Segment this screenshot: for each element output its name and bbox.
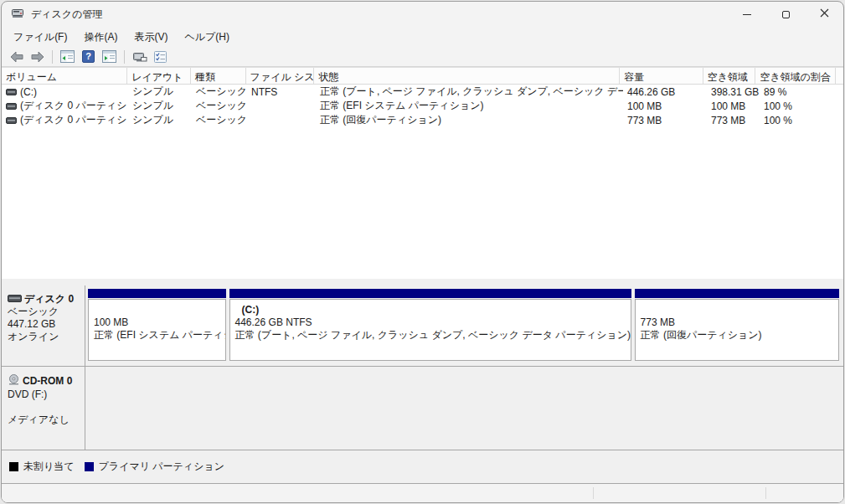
volume-name: (C:)	[20, 86, 37, 98]
title-bar: ディスクの管理	[2, 2, 843, 27]
cell-capacity: 446.26 GB	[623, 86, 707, 98]
disk-icon	[8, 293, 22, 306]
toolbar: ?	[2, 47, 843, 67]
cdrom-drive: DVD (F:)	[8, 388, 80, 401]
volume-name: (ディスク 0 パーティション 4)	[20, 113, 128, 127]
cell-free-percent: 89 %	[760, 86, 840, 98]
properties-checklist-icon[interactable]	[151, 49, 170, 65]
status-bar-divider	[765, 487, 766, 499]
table-row[interactable]: (C:) シンプル ベーシック NTFS 正常 (ブート, ページ ファイル, …	[2, 85, 843, 99]
partition-status: 正常 (回復パーティション)	[641, 329, 836, 342]
cdrom-media-status: メディアなし	[8, 414, 80, 426]
cell-capacity: 100 MB	[623, 100, 707, 112]
legend-item-unallocated: 未割り当て	[9, 460, 75, 474]
status-bar	[2, 484, 843, 502]
graphical-view: ディスク 0 ベーシック 447.12 GB オンライン 100 MB 正常 (…	[2, 279, 843, 502]
partition-efi[interactable]: 100 MB 正常 (EFI システム パーティション)	[88, 289, 226, 361]
cell-layout: シンプル	[128, 85, 192, 99]
disk0-label-panel[interactable]: ディスク 0 ベーシック 447.12 GB オンライン	[2, 285, 85, 366]
partition-size: 446.26 GB NTFS	[235, 316, 627, 329]
forward-icon[interactable]	[28, 49, 47, 65]
partition-status: 正常 (ブート, ページ ファイル, クラッシュ ダンプ, ベーシック データ …	[235, 329, 627, 342]
window-title: ディスクの管理	[31, 8, 102, 22]
volume-icon	[6, 100, 17, 112]
legend-label: 未割り当て	[23, 460, 75, 474]
column-header-free[interactable]: 空き領域	[703, 68, 756, 84]
legend-item-primary-partition: プライマリ パーティション	[85, 460, 224, 474]
volume-list: ボリューム レイアウト 種類 ファイル システム 状態 容量 空き領域 空き領域…	[2, 67, 843, 279]
legend: 未割り当て プライマリ パーティション	[2, 450, 843, 484]
partition-color-bar	[635, 289, 840, 298]
help-icon[interactable]: ?	[79, 49, 98, 65]
volume-list-header: ボリューム レイアウト 種類 ファイル システム 状態 容量 空き領域 空き領域…	[2, 68, 843, 85]
cell-status: 正常 (回復パーティション)	[316, 113, 623, 127]
console-tree-icon[interactable]	[58, 49, 77, 65]
cell-layout: シンプル	[128, 113, 192, 127]
partition-c[interactable]: (C:) 446.26 GB NTFS 正常 (ブート, ページ ファイル, ク…	[229, 289, 631, 361]
volume-icon	[6, 86, 17, 98]
menu-action[interactable]: 操作(A)	[75, 28, 126, 47]
maximize-button[interactable]	[766, 2, 805, 27]
cd-icon	[8, 374, 20, 388]
column-header-filler	[836, 68, 843, 84]
menu-bar: ファイル(F) 操作(A) 表示(V) ヘルプ(H)	[2, 27, 843, 47]
disk0-size: 447.12 GB	[8, 318, 80, 331]
close-icon	[820, 8, 829, 20]
back-icon[interactable]	[7, 49, 26, 65]
cell-type: ベーシック	[192, 85, 247, 99]
minimize-icon	[743, 14, 751, 15]
legend-label: プライマリ パーティション	[99, 460, 224, 474]
column-header-free-percent[interactable]: 空き領域の割合	[755, 68, 836, 84]
status-bar-divider	[593, 487, 594, 499]
cell-type: ベーシック	[192, 99, 247, 113]
menu-view[interactable]: 表示(V)	[126, 28, 176, 47]
menu-help[interactable]: ヘルプ(H)	[176, 28, 238, 47]
popup-window-icon[interactable]	[130, 49, 149, 65]
minimize-button[interactable]	[728, 2, 766, 27]
partition-strip: 100 MB 正常 (EFI システム パーティション) (C:) 446.26…	[85, 285, 843, 366]
maximize-icon	[782, 11, 790, 18]
cell-free-percent: 100 %	[760, 100, 840, 112]
volume-icon	[6, 115, 17, 126]
volume-name: (ディスク 0 パーティション 1)	[20, 99, 128, 113]
cdrom-label-panel[interactable]: CD-ROM 0 DVD (F:) メディアなし	[2, 367, 85, 450]
cell-type: ベーシック	[192, 113, 247, 127]
column-header-volume[interactable]: ボリューム	[2, 68, 127, 84]
partition-color-bar	[229, 289, 631, 298]
cell-free: 398.31 GB	[707, 86, 760, 98]
cdrom-name: CD-ROM 0	[23, 375, 72, 388]
table-row[interactable]: (ディスク 0 パーティション 4) シンプル ベーシック 正常 (回復パーティ…	[2, 113, 843, 127]
cell-free: 100 MB	[707, 100, 760, 112]
cell-status: 正常 (ブート, ページ ファイル, クラッシュ ダンプ, ベーシック データ …	[316, 85, 623, 99]
partition-size: 100 MB	[94, 316, 222, 329]
column-header-type[interactable]: 種類	[191, 68, 246, 84]
cell-free: 773 MB	[707, 115, 760, 126]
action-pane-icon[interactable]	[100, 49, 119, 65]
column-header-capacity[interactable]: 容量	[620, 68, 703, 84]
close-button[interactable]	[805, 2, 843, 27]
toolbar-separator	[124, 50, 125, 64]
svg-text:?: ?	[85, 51, 91, 61]
partition-status: 正常 (EFI システム パーティション)	[94, 329, 222, 342]
disk-management-window: ディスクの管理 ファイル(F) 操作(A) 表示(V) ヘルプ(H)	[1, 1, 844, 503]
partition-recovery[interactable]: 773 MB 正常 (回復パーティション)	[635, 289, 840, 361]
column-header-layout[interactable]: レイアウト	[127, 68, 191, 84]
cell-status: 正常 (EFI システム パーティション)	[316, 99, 623, 113]
disk0-status: オンライン	[8, 331, 80, 343]
menu-file[interactable]: ファイル(F)	[5, 28, 75, 47]
partition-name	[641, 304, 836, 316]
cell-capacity: 773 MB	[623, 115, 707, 126]
disk0-name: ディスク 0	[24, 293, 74, 306]
table-row[interactable]: (ディスク 0 パーティション 1) シンプル ベーシック 正常 (EFI シス…	[2, 99, 843, 113]
cell-layout: シンプル	[128, 99, 192, 113]
column-header-filesystem[interactable]: ファイル システム	[246, 68, 315, 84]
partition-name	[94, 304, 222, 316]
disk0-row: ディスク 0 ベーシック 447.12 GB オンライン 100 MB 正常 (…	[2, 285, 843, 367]
partition-size: 773 MB	[641, 316, 836, 329]
cdrom-empty-area	[85, 367, 843, 450]
primary-partition-swatch	[85, 462, 94, 471]
disk0-kind: ベーシック	[8, 306, 80, 318]
app-icon	[11, 7, 24, 23]
column-header-status[interactable]: 状態	[314, 68, 620, 84]
toolbar-separator	[52, 50, 53, 64]
